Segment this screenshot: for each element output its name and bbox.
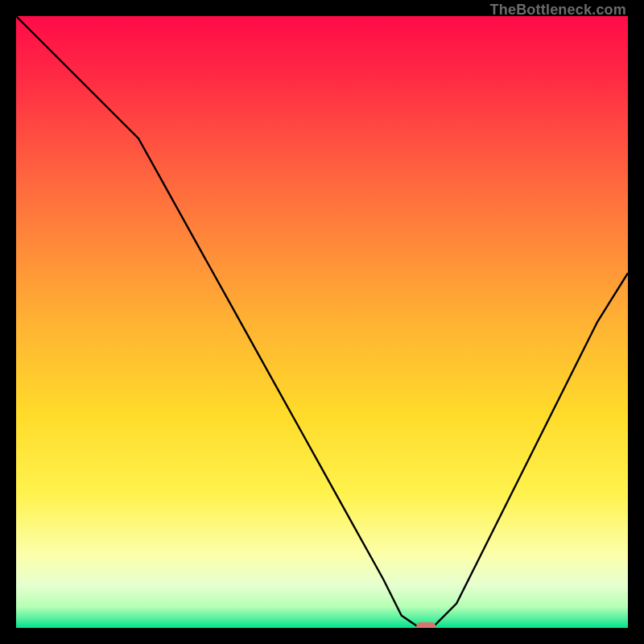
- chart-frame: TheBottleneck.com: [0, 0, 644, 644]
- chart-svg: [16, 16, 628, 628]
- optimal-marker: [416, 622, 436, 628]
- chart-plot-area: [16, 16, 628, 628]
- watermark-text: TheBottleneck.com: [490, 2, 626, 19]
